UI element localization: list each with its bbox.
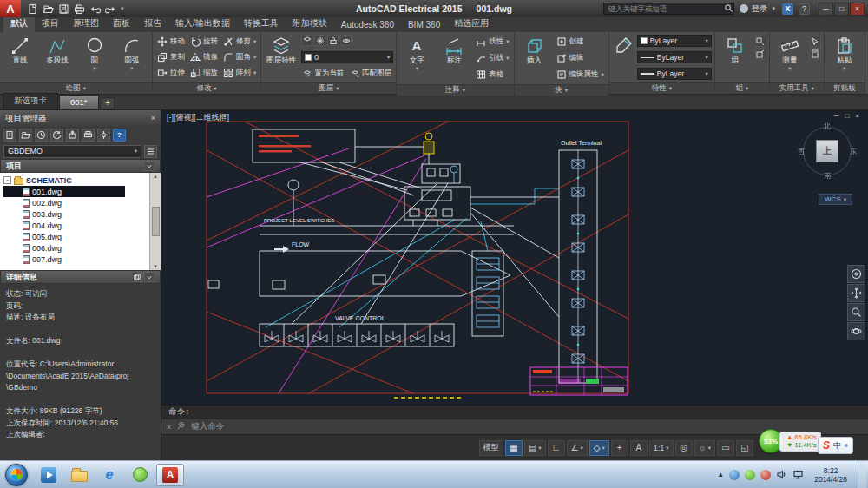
open-button[interactable] [41, 2, 55, 16]
measure-button[interactable]: 测量 ▾ [773, 34, 807, 81]
tree-file-002[interactable]: 002.dwg [3, 197, 149, 208]
scale-button[interactable]: 缩放 [188, 65, 220, 81]
pm-refresh-icon[interactable] [50, 129, 63, 142]
group-edit-icon[interactable] [755, 48, 766, 59]
highlighted-instrument[interactable] [424, 133, 434, 154]
close-icon[interactable]: × [850, 3, 865, 16]
trim-button[interactable]: 修剪▾ [221, 34, 258, 49]
command-close-icon[interactable]: × [167, 423, 171, 432]
viewport-controls-label[interactable]: [-][俯视][二维线框] [167, 112, 229, 123]
tab-conversion[interactable]: 转换工具 [237, 16, 286, 32]
ungroup-icon[interactable] [755, 36, 766, 47]
hidden-icons-button[interactable]: ▲ [717, 471, 724, 478]
pm-new-project-icon[interactable] [3, 129, 16, 142]
taskbar-ie-button[interactable]: e [95, 464, 123, 486]
tab-featured-apps[interactable]: 精选应用 [447, 16, 496, 32]
viewcube[interactable]: 北 南 西 东 上 [800, 124, 854, 178]
tree-file-005[interactable]: 005.dwg [3, 231, 149, 242]
taskbar-autocad-button[interactable]: A [156, 464, 184, 486]
minimize-icon[interactable]: ─ [819, 3, 833, 16]
schematic-drawing[interactable]: FLOW PROJECT LEVEL SWITCHES VALVE CONTRO… [161, 110, 868, 405]
copy-button[interactable]: 复制 [155, 49, 187, 65]
leader-button[interactable]: 引线▾ [474, 50, 510, 66]
edit-attributes-button[interactable]: 编辑属性▾ [555, 67, 606, 82]
panel-label-groups[interactable]: 组▾ [715, 82, 769, 94]
tab-reports[interactable]: 报告 [137, 16, 168, 32]
volume-icon[interactable] [776, 469, 787, 480]
arc-flyout-icon[interactable]: ▾ [130, 65, 133, 72]
model-space-button[interactable]: 模型 [479, 440, 503, 456]
doc-restore-icon[interactable]: □ [845, 112, 849, 120]
viewcube-north[interactable]: 北 [824, 122, 831, 131]
file-tab-start[interactable]: 新选项卡 [3, 93, 58, 109]
pm-publish-icon[interactable] [66, 129, 79, 142]
polar-tracking-toggle[interactable]: ∠▾ [567, 440, 588, 456]
qat-dropdown-icon[interactable]: ▾ [119, 5, 126, 12]
show-desktop-button[interactable] [858, 461, 866, 488]
save-button[interactable] [56, 2, 70, 16]
layer-off-icon[interactable] [340, 35, 352, 46]
tree-file-001[interactable]: 001.dwg [3, 186, 125, 197]
tree-file-006[interactable]: 006.dwg [3, 242, 149, 254]
tree-file-003[interactable]: 003.dwg [3, 208, 149, 220]
linear-dimension-button[interactable]: 线性▾ [474, 34, 510, 49]
dimension-button[interactable]: 标注 [437, 34, 471, 82]
search-icon[interactable] [724, 1, 733, 16]
taskbar-explorer-button[interactable] [65, 464, 93, 486]
line-button[interactable]: 直线 [3, 34, 37, 81]
command-customize-icon[interactable] [176, 422, 186, 432]
viewcube-west[interactable]: 西 [798, 147, 805, 156]
pan-icon[interactable] [847, 284, 865, 302]
file-tab-001[interactable]: 001* [59, 95, 99, 109]
tab-project[interactable]: 项目 [35, 16, 66, 32]
speed-monitor-widget[interactable]: 53% ▲ 65.8K/s ▼ 11.4K/s [759, 429, 821, 453]
details-expand-icon[interactable] [144, 272, 155, 282]
tray-antivirus-icon[interactable] [745, 470, 755, 480]
panel-label-modify[interactable]: 修改▾ [153, 82, 260, 94]
steering-wheel-icon[interactable] [847, 265, 865, 283]
arc-button[interactable]: 圆弧 ▾ [115, 34, 149, 81]
tab-schematic[interactable]: 原理图 [66, 16, 106, 32]
projects-expand-icon[interactable] [144, 161, 155, 171]
palette-title-bar[interactable]: 项目管理器 × [0, 110, 161, 126]
scroll-down-icon[interactable]: ▼ [153, 264, 158, 269]
layer-select[interactable]: 0 ▾ [301, 51, 393, 63]
orbit-icon[interactable] [847, 322, 865, 340]
layer-freeze-icon[interactable] [314, 35, 326, 46]
layer-properties-button[interactable]: 图层特性 [264, 34, 299, 81]
object-snap-toggle[interactable]: ◇▾ [589, 440, 609, 456]
tab-addins[interactable]: 附加模块 [286, 16, 334, 32]
scrollbar-thumb[interactable] [152, 207, 160, 236]
layer-lock-icon[interactable] [327, 35, 339, 46]
wcs-menu[interactable]: WCS ▾ [819, 194, 852, 205]
tab-home[interactable]: 默认 [3, 16, 35, 32]
doc-minimize-icon[interactable]: ─ [834, 112, 839, 120]
input-method-bar[interactable]: S 中 [818, 437, 853, 454]
tree-node-schematic[interactable]: - SCHEMATIC [3, 175, 149, 186]
fillet-button[interactable]: 圆角▾ [221, 49, 258, 65]
zoom-icon[interactable] [847, 303, 865, 321]
make-current-button[interactable]: 置为当前 [301, 68, 345, 80]
isolate-objects-button[interactable]: ◎ [675, 440, 693, 456]
restore-icon[interactable]: □ [834, 3, 849, 16]
panel-label-utilities[interactable]: 实用工具▾ [770, 82, 824, 94]
grid-display-toggle[interactable]: ▦ [505, 440, 523, 456]
insert-block-button[interactable]: 插入 [517, 34, 552, 82]
tray-autodesk-icon[interactable] [760, 470, 771, 480]
network-icon[interactable] [792, 469, 804, 480]
panel-label-annotation[interactable]: 注释▾ [397, 84, 513, 96]
tree-file-004[interactable]: 004.dwg [3, 220, 149, 231]
ortho-toggle[interactable]: ∟ [548, 440, 565, 456]
new-tab-button[interactable]: + [102, 97, 115, 109]
tray-blue-app-icon[interactable] [729, 470, 740, 480]
taskbar-360-browser-button[interactable] [126, 464, 154, 486]
group-button[interactable]: 组 [718, 34, 753, 81]
command-input-placeholder[interactable]: 键入命令 [191, 421, 224, 432]
table-button[interactable]: 表格 [474, 67, 510, 82]
sogou-logo-icon[interactable]: S [823, 439, 830, 452]
tab-panel[interactable]: 面板 [106, 16, 137, 32]
settings-gear-button[interactable]: ☼▾ [694, 440, 715, 456]
stretch-button[interactable]: 拉伸 [155, 65, 187, 81]
array-button[interactable]: 阵列▾ [221, 65, 258, 81]
pm-open-project-icon[interactable] [19, 129, 32, 142]
